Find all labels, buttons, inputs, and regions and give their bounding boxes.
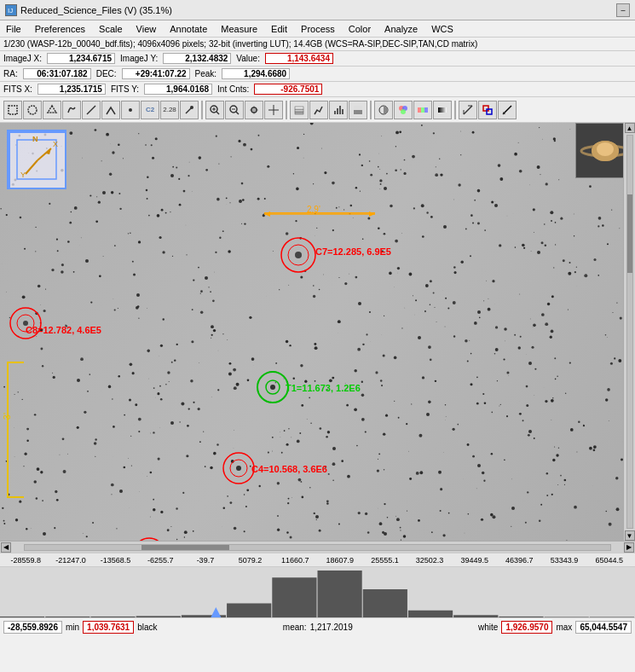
star-dot: [332, 447, 336, 450]
scale-tick: 46396.7: [497, 556, 542, 565]
histogram-canvas: [0, 567, 635, 617]
hscroll-track[interactable]: [24, 544, 611, 551]
svg-point-45: [597, 142, 614, 156]
int-cnts-label: Int Cnts:: [217, 84, 249, 94]
scale-tick: -28559.8: [3, 556, 49, 565]
orientation-box: X Y N: [7, 130, 66, 189]
star-dot: [384, 187, 387, 190]
menu-wcs[interactable]: WCS: [429, 23, 456, 35]
scale-tick: -13568.5: [93, 556, 138, 565]
app-icon: IJ: [5, 4, 17, 16]
svg-rect-2: [9, 106, 17, 114]
menu-preferences[interactable]: Preferences: [32, 23, 88, 35]
fits-x-value: 1,235.1715: [38, 84, 106, 95]
svg-rect-18: [295, 112, 303, 114]
freehand-select-tool[interactable]: [62, 101, 81, 119]
menu-analyze[interactable]: Analyze: [382, 23, 420, 35]
horizontal-scrollbar[interactable]: ◀ ▶: [0, 541, 635, 553]
svg-marker-4: [48, 106, 56, 113]
minimize-button[interactable]: –: [616, 3, 630, 17]
star-dot: [315, 515, 319, 518]
dec-label: DEC:: [96, 69, 117, 78]
svg-text:2.9': 2.9': [307, 206, 320, 214]
rect-select-tool[interactable]: [3, 101, 22, 119]
svg-rect-39: [487, 109, 492, 114]
info-bar: 1/230 (WASP-12b_00040_bdf.fits); 4096x40…: [0, 38, 635, 51]
color-tool[interactable]: [394, 101, 413, 119]
svg-text:X: X: [53, 140, 58, 148]
angle-tool[interactable]: [101, 101, 120, 119]
plot-tool[interactable]: [309, 101, 328, 119]
oval-select-tool[interactable]: [23, 101, 42, 119]
point-tool[interactable]: [121, 101, 140, 119]
svg-point-30: [401, 109, 406, 114]
menu-view[interactable]: View: [134, 23, 159, 35]
star-dot: [528, 430, 532, 433]
roi-manager-tool[interactable]: [478, 101, 497, 119]
star-dot: [43, 532, 46, 536]
menu-annotate[interactable]: Annotate: [167, 23, 210, 35]
pen-tool[interactable]: [498, 101, 517, 119]
channel-tool[interactable]: [413, 101, 432, 119]
vertical-scrollbar[interactable]: ▲ ▼: [623, 123, 635, 541]
scale-tick: 32502.3: [407, 556, 453, 565]
crosshair-tool[interactable]: [264, 101, 283, 119]
menu-process[interactable]: Process: [298, 23, 338, 35]
star-dot: [418, 336, 421, 339]
histogram-tool[interactable]: [329, 101, 348, 119]
vscroll-thumb[interactable]: [627, 194, 632, 273]
toolbar-separator-2: [286, 101, 287, 119]
svg-text:N: N: [32, 135, 38, 143]
scale-tick: 5079.2: [228, 556, 273, 565]
image-canvas: [0, 123, 635, 541]
threshold-tool[interactable]: [349, 101, 367, 119]
scroll-right-button[interactable]: ▶: [624, 542, 634, 553]
star-dot: [477, 310, 481, 314]
star-dot: [170, 174, 174, 177]
stack-tool[interactable]: [290, 101, 309, 119]
scale-tick: 18607.9: [317, 556, 362, 565]
menubar: File Preferences Scale View Annotate Mea…: [0, 20, 635, 38]
svg-rect-33: [424, 107, 428, 113]
image-viewport[interactable]: X Y N 3' 2.9' C7=12.285, 6.9E5: [0, 123, 635, 541]
hscroll-thumb[interactable]: [141, 545, 229, 550]
svg-text:IJ: IJ: [8, 7, 13, 14]
window-title: Reduced_Science_Files (V) (35.1%): [20, 5, 172, 15]
vscroll-track[interactable]: [626, 135, 633, 529]
scroll-tool[interactable]: [245, 101, 263, 119]
window-controls[interactable]: –: [616, 3, 630, 17]
svg-point-63: [23, 321, 28, 326]
svg-rect-34: [438, 107, 447, 113]
menu-measure[interactable]: Measure: [218, 23, 260, 35]
dec-value: +29:41:07.22: [122, 68, 190, 79]
yellow-bracket-label: 3': [2, 413, 12, 420]
bc-tool[interactable]: [374, 101, 393, 119]
ra-value: 06:31:07.182: [23, 68, 91, 79]
toolbar-separator-3: [370, 101, 372, 119]
ra-label: RA:: [3, 69, 18, 78]
menu-file[interactable]: File: [3, 23, 24, 35]
lut-tool[interactable]: [433, 101, 452, 119]
star-dot: [77, 379, 80, 382]
wand-tool[interactable]: [180, 101, 199, 119]
magnify-minus-tool[interactable]: [225, 101, 244, 119]
svg-point-66: [270, 385, 275, 390]
scroll-left-button[interactable]: ◀: [1, 542, 11, 553]
polygon-select-tool[interactable]: [43, 101, 61, 119]
c2-badge[interactable]: C2: [141, 101, 159, 119]
scroll-up-button[interactable]: ▲: [625, 123, 635, 133]
menu-scale[interactable]: Scale: [96, 23, 125, 35]
fits-y-label: FITS Y:: [111, 84, 139, 94]
measure-tool[interactable]: [459, 101, 477, 119]
coord-row-2: RA: 06:31:07.182 DEC: +29:41:07.22 Peak:…: [0, 67, 635, 82]
svg-rect-21: [334, 111, 336, 114]
line-tool[interactable]: [82, 101, 101, 119]
menu-edit[interactable]: Edit: [268, 23, 290, 35]
scroll-down-button[interactable]: ▼: [625, 530, 635, 541]
menu-color[interactable]: Color: [346, 23, 373, 35]
number-badge[interactable]: 2.28: [160, 101, 179, 119]
scale-tick: 53343.9: [542, 556, 587, 565]
zoom-tool[interactable]: [205, 101, 224, 119]
svg-line-35: [464, 106, 472, 114]
svg-rect-20: [295, 107, 303, 109]
